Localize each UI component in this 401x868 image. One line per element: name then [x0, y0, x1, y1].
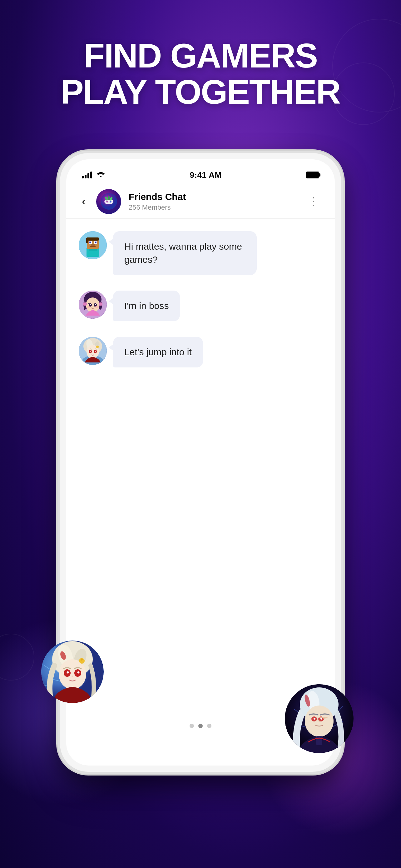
battery-icon: [306, 172, 319, 178]
svg-rect-22: [89, 249, 97, 251]
svg-point-31: [95, 304, 96, 305]
svg-rect-18: [90, 242, 91, 243]
svg-rect-21: [90, 246, 96, 247]
avatar-lumine-partial: [79, 337, 107, 365]
header-line1: FIND GAMERS: [0, 37, 401, 74]
message-text-1: Hi mattes, wanna play some games?: [124, 240, 245, 266]
header-line2: PLAY TOGETHER: [0, 74, 401, 110]
svg-point-66: [313, 718, 315, 720]
signal-bar-3: [88, 173, 89, 178]
dot-3: [207, 724, 211, 728]
svg-point-33: [95, 306, 99, 308]
minecraft-steve-icon: [79, 231, 107, 259]
svg-rect-13: [86, 238, 88, 243]
group-avatar-inner: [96, 189, 121, 214]
svg-point-3: [110, 201, 111, 203]
svg-point-42: [90, 351, 91, 352]
svg-rect-26: [83, 303, 87, 306]
message-text-3: Let's jump into it: [124, 346, 192, 359]
svg-rect-19: [95, 242, 96, 243]
screen-content: 9:41 AM ‹: [66, 159, 335, 766]
status-right: [306, 172, 319, 178]
chat-header: ‹: [66, 184, 335, 219]
svg-point-67: [321, 718, 322, 720]
phone-mockup: 9:41 AM ‹: [60, 153, 341, 772]
message-bubble-2: I'm in boss: [113, 290, 180, 321]
dot-1: [190, 724, 194, 728]
avatar-warrior-overflow: [285, 684, 354, 753]
svg-rect-27: [99, 303, 102, 306]
signal-bar-1: [82, 176, 84, 178]
header-section: FIND GAMERS PLAY TOGETHER: [0, 37, 401, 110]
svg-rect-20: [91, 244, 95, 246]
svg-rect-5: [107, 200, 107, 203]
avatar-lumine-overflow: [41, 641, 104, 703]
svg-point-43: [95, 351, 96, 352]
message-row-3: Let's jump into it: [79, 337, 322, 367]
svg-point-44: [96, 346, 99, 348]
group-avatar-icon: [100, 193, 118, 210]
svg-point-50: [59, 659, 86, 689]
signal-bar-2: [85, 175, 87, 178]
status-bar: 9:41 AM: [66, 159, 335, 184]
phone-screen: 9:41 AM ‹: [66, 159, 335, 766]
svg-rect-12: [87, 238, 99, 241]
avatar-minecraft: [79, 231, 107, 259]
svg-point-32: [87, 306, 91, 308]
message-bubble-1: Hi mattes, wanna play some games?: [113, 231, 257, 275]
svg-point-53: [67, 672, 69, 674]
svg-point-7: [108, 195, 110, 200]
group-avatar: [96, 189, 121, 214]
message-row-2: I'm in boss: [79, 290, 322, 321]
svg-point-54: [77, 672, 80, 674]
lumine-overflow-icon: [41, 641, 104, 703]
chat-info: Friends Chat 256 Members: [129, 191, 297, 212]
svg-point-30: [90, 304, 91, 305]
message-row-1: Hi mattes, wanna play some games?: [79, 231, 322, 275]
status-time: 9:41 AM: [190, 170, 222, 180]
message-text-2: I'm in boss: [124, 299, 169, 312]
signal-icon: [82, 172, 92, 178]
svg-rect-68: [316, 736, 322, 745]
avatar-dva: [79, 290, 107, 319]
dva-avatar-icon: [79, 290, 107, 319]
svg-point-55: [71, 676, 73, 677]
more-button[interactable]: ⋮: [305, 195, 322, 208]
chat-name: Friends Chat: [129, 191, 297, 202]
signal-bar-4: [90, 172, 92, 178]
lumine-avatar-icon: [79, 337, 107, 365]
warrior-overflow-icon: [285, 684, 354, 753]
chat-messages: Hi mattes, wanna play some games?: [66, 219, 335, 766]
svg-point-63: [305, 706, 334, 737]
chat-members: 256 Members: [129, 204, 297, 212]
battery-fill: [307, 172, 319, 178]
wifi-icon: [97, 170, 105, 179]
message-bubble-3: Let's jump into it: [113, 337, 203, 367]
status-left: [82, 170, 105, 179]
dot-2: [198, 724, 203, 728]
back-button[interactable]: ‹: [79, 195, 89, 208]
